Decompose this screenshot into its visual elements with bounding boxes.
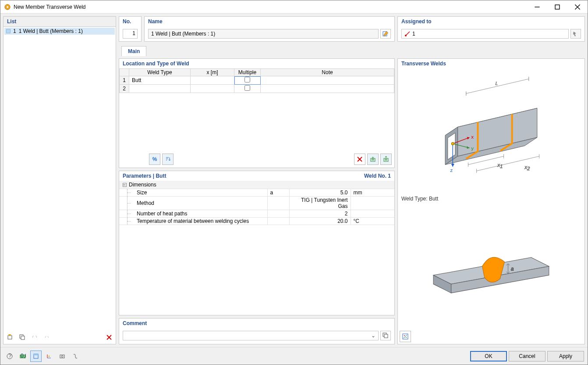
comment-combo[interactable]: ⌄ [123, 331, 379, 340]
param-symbol: a [267, 189, 289, 197]
new-item-button[interactable]: ✦ [5, 332, 15, 343]
tab-main-label: Main [128, 48, 140, 54]
param-row-method[interactable]: Method TIG | Tungsten Inert Gas [119, 197, 394, 210]
cell-weld-type[interactable] [129, 85, 191, 93]
svg-rect-27 [384, 334, 388, 338]
parameters-group: Parameters | Butt Weld No. 1 − Dimension… [119, 171, 395, 315]
apply-label: Apply [559, 353, 572, 359]
script-button[interactable] [70, 351, 81, 362]
svg-text:x: x [471, 134, 474, 140]
svg-line-14 [406, 32, 410, 35]
cell-weld-type[interactable]: Butt [129, 76, 191, 85]
cell-multiple[interactable] [234, 85, 261, 93]
left-column: List 1 1 Weld | Butt (Members : 1) ✦ [3, 16, 116, 344]
edit-name-button[interactable] [380, 29, 391, 39]
list-body[interactable]: 1 1 Weld | Butt (Members : 1) [4, 27, 116, 331]
assigned-value: 1 [412, 31, 415, 37]
sort-button[interactable] [162, 154, 174, 165]
svg-text:x2: x2 [524, 165, 530, 171]
cell-note[interactable] [261, 76, 394, 85]
param-symbol [267, 210, 289, 218]
comment-title: Comment [119, 318, 394, 328]
preview-panel: Transverse Welds L [397, 58, 585, 344]
svg-rect-9 [21, 336, 25, 340]
location-title: Location and Type of Weld [119, 59, 394, 68]
multiple-checkbox[interactable] [244, 77, 250, 82]
comment-library-button[interactable] [380, 331, 391, 340]
param-value[interactable]: 2 [289, 210, 351, 218]
col-weld-type[interactable]: Weld Type [129, 69, 191, 76]
no-label: No. [119, 17, 141, 26]
import-button[interactable] [367, 154, 379, 165]
location-toolbar: % [119, 151, 394, 168]
cell-multiple[interactable] [234, 76, 261, 85]
param-row-paths[interactable]: Number of heat paths 2 [119, 210, 394, 218]
delete-row-button[interactable] [354, 154, 365, 165]
row-number: 1 [120, 76, 129, 85]
param-row-temp[interactable]: Temperature of material between welding … [119, 218, 394, 225]
svg-rect-3 [555, 5, 560, 9]
param-value[interactable]: 5.0 [289, 189, 351, 197]
footer: ? 0,00 OK Cancel Apply [0, 347, 588, 365]
maximize-button[interactable] [547, 0, 567, 14]
link-button [29, 332, 40, 343]
coordinates-button[interactable] [43, 351, 55, 362]
preview-column: Transverse Welds L [397, 58, 585, 344]
export-button[interactable] [380, 154, 392, 165]
assigned-input[interactable]: 1 [401, 29, 569, 39]
param-group-dimensions[interactable]: − Dimensions [119, 181, 394, 189]
location-group: Location and Type of Weld Weld Type x [m… [119, 58, 395, 168]
collapse-icon[interactable]: − [122, 182, 127, 188]
screenshot-button[interactable] [57, 351, 68, 362]
name-group: Name 1 Weld | Butt (Members : 1) [144, 16, 395, 42]
location-table[interactable]: Weld Type x [m] Multiple Note 1 [119, 68, 394, 93]
param-row-size[interactable]: Size a 5.0 mm [119, 189, 394, 197]
param-value[interactable]: TIG | Tungsten Inert Gas [289, 197, 351, 210]
svg-rect-68 [34, 354, 38, 355]
list-item-color-icon [6, 29, 11, 33]
col-note[interactable]: Note [261, 69, 394, 76]
list-item-label: 1 Weld | Butt (Members : 1) [19, 28, 83, 34]
units-button[interactable]: 0,00 [17, 351, 28, 362]
help-button[interactable]: ? [4, 351, 15, 362]
window-title: New Member Transverse Weld [14, 4, 527, 10]
cell-x[interactable] [191, 85, 234, 93]
param-symbol [267, 197, 289, 210]
cell-note[interactable] [261, 85, 394, 93]
col-multiple[interactable]: Multiple [234, 69, 261, 76]
assigned-label: Assigned to [398, 17, 584, 26]
multiple-checkbox[interactable] [244, 85, 250, 91]
apply-button[interactable]: Apply [547, 351, 584, 361]
cancel-button[interactable]: Cancel [509, 351, 545, 361]
copy-item-button[interactable] [17, 332, 28, 343]
name-input[interactable]: 1 Weld | Butt (Members : 1) [148, 29, 379, 39]
table-row[interactable]: 1 Butt [120, 76, 394, 85]
preview-settings-button[interactable] [400, 331, 411, 342]
right-column: No. 1 Name 1 Weld | Butt (Members : 1) A… [119, 16, 585, 344]
list-item-index: 1 [13, 28, 16, 34]
tab-main[interactable]: Main [121, 46, 146, 56]
delete-item-button[interactable] [104, 332, 114, 343]
close-button[interactable] [567, 0, 588, 14]
ok-button[interactable]: OK [470, 351, 507, 361]
content-row: Location and Type of Weld Weld Type x [m… [119, 58, 585, 344]
minimize-button[interactable] [527, 0, 547, 14]
top-fields-row: No. 1 Name 1 Weld | Butt (Members : 1) A… [119, 16, 585, 42]
weld-type-diagram: a [398, 204, 584, 329]
col-x[interactable]: x [m] [191, 69, 234, 76]
cell-x[interactable] [191, 76, 234, 85]
table-row[interactable]: 2 [120, 85, 394, 93]
ok-label: OK [485, 353, 492, 359]
percent-button[interactable]: % [149, 154, 160, 165]
view-mode-button[interactable] [30, 351, 42, 362]
no-input[interactable]: 1 [123, 29, 138, 39]
param-unit: °C [351, 218, 394, 225]
pick-assigned-button[interactable] [570, 29, 581, 39]
comment-group: Comment ⌄ [119, 318, 395, 344]
svg-text:?: ? [9, 353, 12, 359]
list-item[interactable]: 1 1 Weld | Butt (Members : 1) [4, 28, 115, 35]
svg-text:z: z [450, 168, 453, 173]
parameters-header: Parameters | Butt Weld No. 1 [119, 171, 394, 181]
param-value[interactable]: 20.0 [289, 218, 351, 225]
unlink-button [42, 332, 52, 343]
